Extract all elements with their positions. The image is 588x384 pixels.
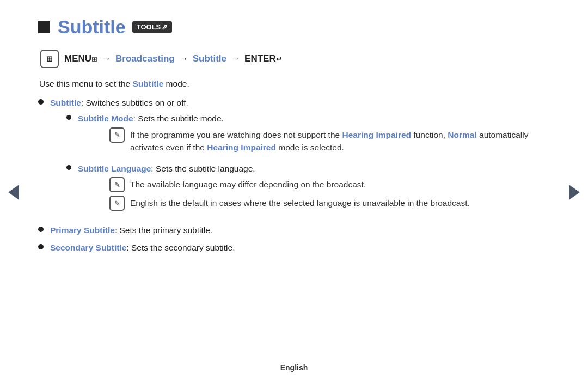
breadcrumb-arrow-1: →: [102, 53, 111, 64]
subtitle-mode-text: : Sets the subtitle mode.: [133, 114, 224, 123]
footer-language: English: [280, 363, 308, 372]
primary-subtitle-text: : Sets the primary subtitle.: [115, 225, 212, 235]
list-item-subtitle-language: Subtitle Language: Sets the subtitle lan…: [66, 162, 550, 215]
main-bullet-list: Subtitle: Switches subtitles on or off. …: [38, 96, 550, 254]
page-container: Subtitle TOOLS⇗ ⊞ MENU⊞ → Broadcasting →…: [0, 0, 588, 384]
breadcrumb-arrow-3: →: [231, 53, 240, 64]
footer: English: [0, 363, 588, 372]
normal-highlight: Normal: [448, 130, 476, 139]
sub-bullet-dot: [66, 115, 71, 120]
header: Subtitle TOOLS⇗: [38, 16, 550, 38]
note-item-1: ✎ If the programme you are watching does…: [109, 129, 550, 154]
list-item-subtitle: Subtitle: Switches subtitles on or off. …: [38, 96, 550, 220]
nav-arrow-left[interactable]: [5, 181, 22, 203]
list-item-subtitle-mode: Subtitle Mode: Sets the subtitle mode. ✎…: [66, 112, 550, 158]
tools-label: TOOLS: [137, 23, 161, 31]
menu-icon: ⊞: [40, 50, 59, 68]
primary-subtitle-label: Primary Subtitle: [50, 225, 115, 235]
breadcrumb-broadcasting: Broadcasting: [115, 53, 175, 64]
breadcrumb-subtitle: Subtitle: [193, 53, 226, 64]
bullet-dot-3: [38, 244, 44, 249]
hearing-impaired-2: Hearing Impaired: [207, 143, 276, 152]
intro-highlight-subtitle: Subtitle: [132, 79, 163, 88]
tools-badge: TOOLS⇗: [132, 21, 173, 33]
page-title: Subtitle: [58, 16, 126, 38]
primary-subtitle-content: Primary Subtitle: Sets the primary subti…: [50, 224, 550, 236]
tools-symbol: ⇗: [162, 23, 168, 31]
list-item-primary-subtitle: Primary Subtitle: Sets the primary subti…: [38, 224, 550, 236]
list-item-secondary-subtitle: Secondary Subtitle: Sets the secondary s…: [38, 241, 550, 254]
subtitle-language-notes: ✎ The available language may differ depe…: [78, 178, 550, 211]
subtitle-content: Subtitle: Switches subtitles on or off. …: [50, 96, 550, 220]
bullet-dot: [38, 99, 44, 105]
subtitle-language-content: Subtitle Language: Sets the subtitle lan…: [78, 162, 550, 215]
subtitle-language-text: : Sets the subtitle language.: [151, 164, 255, 173]
intro-text-after: mode.: [163, 79, 189, 88]
breadcrumb-menu-label: MENU: [64, 53, 91, 64]
subtitle-text: : Switches subtitles on or off.: [81, 98, 188, 107]
subtitle-sub-list: Subtitle Mode: Sets the subtitle mode. ✎…: [50, 112, 550, 215]
note-icon-1: ✎: [109, 127, 125, 143]
secondary-subtitle-text: : Sets the secondary subtitle.: [126, 243, 235, 252]
secondary-subtitle-content: Secondary Subtitle: Sets the secondary s…: [50, 241, 550, 254]
subtitle-label: Subtitle: [50, 98, 81, 107]
sub-bullet-dot-2: [66, 165, 71, 170]
subtitle-mode-notes: ✎ If the programme you are watching does…: [78, 129, 550, 154]
menu-icon-symbol: ⊞: [46, 54, 53, 63]
breadcrumb-menu-sub: ⊞: [91, 55, 97, 63]
note-item-3: ✎ English is the default in cases where …: [109, 197, 550, 211]
subtitle-mode-content: Subtitle Mode: Sets the subtitle mode. ✎…: [78, 112, 550, 158]
note-text-1: If the programme you are watching does n…: [130, 129, 550, 154]
breadcrumb: ⊞ MENU⊞ → Broadcasting → Subtitle → ENTE…: [38, 50, 550, 68]
subtitle-language-label: Subtitle Language: [78, 164, 151, 173]
header-square-icon: [38, 21, 50, 33]
secondary-subtitle-label: Secondary Subtitle: [50, 243, 126, 252]
nav-arrow-right[interactable]: [566, 181, 583, 203]
intro-text-before: Use this menu to set the: [39, 79, 132, 88]
bullet-dot-2: [38, 227, 44, 232]
note-text-3: English is the default in cases where th…: [130, 197, 550, 209]
breadcrumb-enter: ENTER↵: [244, 53, 282, 64]
hearing-impaired-1: Hearing Impaired: [342, 130, 411, 139]
note-icon-3: ✎: [109, 196, 125, 211]
note-icon-2: ✎: [109, 177, 125, 192]
subtitle-mode-label: Subtitle Mode: [78, 114, 133, 123]
note-text-2: The available language may differ depend…: [130, 178, 550, 191]
intro-text: Use this menu to set the Subtitle mode.: [38, 79, 550, 89]
breadcrumb-arrow-2: →: [179, 53, 188, 64]
note-item-2: ✎ The available language may differ depe…: [109, 178, 550, 192]
